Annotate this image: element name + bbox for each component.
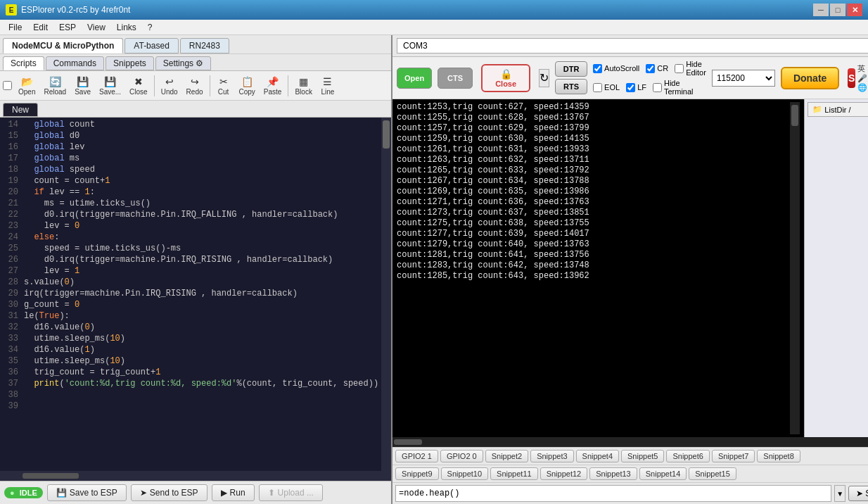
open-control-group: Open	[397, 68, 432, 89]
snippet-button-snippet15[interactable]: Snippet15	[689, 467, 736, 480]
saveas-button[interactable]: 💾 Save...	[96, 73, 125, 98]
separator1	[154, 75, 155, 96]
separator3	[288, 75, 288, 96]
minimize-button[interactable]: ─	[813, 4, 829, 16]
snippet-button-snippet9[interactable]: Snippet9	[395, 467, 438, 480]
terminal-horizontal-scrollbar[interactable]	[392, 437, 868, 447]
upload-button[interactable]: ⬆ Upload ...	[259, 484, 323, 501]
baud-select[interactable]: 9600 19200 38400 57600 115200 230400	[712, 70, 775, 87]
line-button[interactable]: ☰ Line	[317, 73, 338, 98]
snippet-button-gpio2-1[interactable]: GPIO2 1	[395, 450, 438, 462]
menubar: File Edit ESP View Links ?	[0, 20, 868, 35]
cts-button[interactable]: CTS	[438, 68, 473, 89]
redo-button[interactable]: ↪ Redo	[183, 73, 207, 98]
snippets-bar2: Snippet9Snippet10Snippet11Snippet12Snipp…	[392, 465, 868, 482]
file-tab-new[interactable]: New	[3, 103, 38, 117]
refresh-button[interactable]: ↻	[539, 69, 549, 87]
titlebar: E ESPlorer v0.2-rc5 by 4refr0nt ─ □ ✕	[0, 0, 868, 20]
cut-button[interactable]: ✂ Cut	[213, 73, 234, 98]
tab-at-based[interactable]: AT-based	[125, 38, 178, 53]
input-dropdown-icon[interactable]: ▼	[834, 485, 845, 502]
terminal-scrollbar[interactable]	[790, 102, 800, 434]
paste-icon: 📌	[266, 75, 280, 88]
close-file-icon: ✖	[132, 75, 146, 88]
close-port-button[interactable]: 🔒 Close	[481, 64, 530, 92]
rts-button[interactable]: RTS	[555, 79, 587, 94]
lf-checkbox[interactable]	[626, 83, 635, 92]
listdir-button[interactable]: 📁 ListDir /	[808, 102, 868, 117]
cr-checkbox[interactable]	[646, 64, 655, 73]
snippet-button-snippet11[interactable]: Snippet11	[490, 467, 538, 480]
save-to-esp-button[interactable]: 💾 Save to ESP	[47, 484, 127, 501]
snippet-button-snippet2[interactable]: Snippet2	[485, 450, 528, 462]
command-input[interactable]	[395, 485, 831, 502]
terminal-output[interactable]: count:1253,trig count:627, speed:14359co…	[392, 99, 804, 437]
tab-nodemcu[interactable]: NodeMCU & MicroPython	[3, 38, 123, 53]
close-file-button[interactable]: ✖ Close	[126, 73, 151, 98]
tab-snippets[interactable]: Snippets	[106, 56, 154, 70]
run-button[interactable]: ▶ Run	[212, 484, 255, 501]
undo-button[interactable]: ↩ Undo	[158, 73, 181, 98]
code-content[interactable]: global count global d0 global lev global…	[21, 118, 381, 471]
snippet-button-snippet7[interactable]: Snippet7	[712, 450, 755, 462]
open-icon: 📂	[20, 75, 34, 88]
code-scrollbar[interactable]	[381, 118, 391, 471]
code-horizontal-scrollbar[interactable]	[0, 471, 391, 481]
hide-editor-checkbox[interactable]	[675, 64, 684, 73]
menu-links[interactable]: Links	[111, 21, 142, 34]
snippet-button-snippet10[interactable]: Snippet10	[441, 467, 489, 480]
tab-scripts[interactable]: Scripts	[3, 56, 44, 70]
hide-terminal-checkbox[interactable]	[653, 83, 662, 92]
save-esp-icon: 💾	[56, 488, 67, 498]
snippet-button-snippet6[interactable]: Snippet6	[666, 450, 709, 462]
menu-help[interactable]: ?	[142, 21, 158, 34]
tab-rn2483[interactable]: RN2483	[180, 38, 229, 53]
window-controls: ─ □ ✕	[813, 4, 862, 16]
menu-file[interactable]: File	[3, 21, 27, 34]
terminal-text: count:1253,trig count:627, speed:14359co…	[397, 102, 790, 434]
autoscroll-label: AutoScroll	[604, 64, 639, 73]
close-button[interactable]: ✕	[847, 4, 862, 16]
menu-edit[interactable]: Edit	[27, 21, 53, 34]
snippet-button-snippet13[interactable]: Snippet13	[589, 467, 637, 480]
code-editor[interactable]: 1415161718192021222324252627282930313233…	[0, 118, 391, 471]
paste-button[interactable]: 📌 Paste	[260, 73, 286, 98]
snippet-button-snippet4[interactable]: Snippet4	[576, 450, 619, 462]
tab-settings[interactable]: Settings ⚙	[155, 56, 212, 70]
open-button[interactable]: 📂 Open	[15, 73, 39, 98]
donate-button[interactable]: Donate	[781, 67, 839, 89]
autoscroll-checkbox[interactable]	[593, 64, 602, 73]
save-icon: 💾	[76, 75, 90, 88]
sougou-area: S 英 🌙 ♦ 🎤 ⌨ 🌐 ✉ 👤	[845, 63, 868, 92]
copy-icon: 📋	[240, 75, 254, 88]
snippet-button-snippet5[interactable]: Snippet5	[621, 450, 664, 462]
eol-label: EOL	[604, 83, 620, 92]
saveas-icon: 💾	[103, 75, 117, 88]
snippet-button-snippet3[interactable]: Snippet3	[530, 450, 573, 462]
menu-esp[interactable]: ESP	[53, 21, 82, 34]
snippet-button-snippet8[interactable]: Snippet8	[757, 450, 800, 462]
save-button[interactable]: 💾 Save	[71, 73, 94, 98]
menu-view[interactable]: View	[82, 21, 111, 34]
reload-button[interactable]: 🔄 Reload	[40, 73, 70, 98]
send-to-esp-button[interactable]: ➤ Send to ESP	[131, 484, 208, 501]
eol-checkbox[interactable]	[593, 83, 602, 92]
send-esp-icon: ➤	[140, 488, 147, 498]
copy-button[interactable]: 📋 Copy	[236, 73, 259, 98]
maximize-button[interactable]: □	[830, 4, 845, 16]
snippet-button-snippet12[interactable]: Snippet12	[540, 467, 588, 480]
open-port-button[interactable]: Open	[397, 68, 432, 89]
app-icon: E	[6, 4, 17, 15]
snippet-button-snippet14[interactable]: Snippet14	[639, 467, 687, 480]
dtr-button[interactable]: DTR	[555, 61, 587, 77]
com-port-select[interactable]: COM3 COM1 COM2 COM4	[397, 38, 868, 53]
upload-icon: ⬆	[268, 488, 275, 498]
toolbar-checkbox[interactable]	[3, 81, 12, 90]
tab-commands[interactable]: Commands	[46, 56, 104, 70]
snippets-bar1: GPIO2 1GPIO2 0Snippet2Snippet3Snippet4Sn…	[392, 447, 868, 465]
file-tabs: New	[0, 101, 391, 118]
close-lock-icon: 🔒	[500, 68, 512, 80]
snippet-button-gpio2-0[interactable]: GPIO2 0	[440, 450, 483, 462]
send-button[interactable]: ➤ Send	[848, 486, 868, 501]
block-button[interactable]: ▦ Block	[291, 73, 315, 98]
